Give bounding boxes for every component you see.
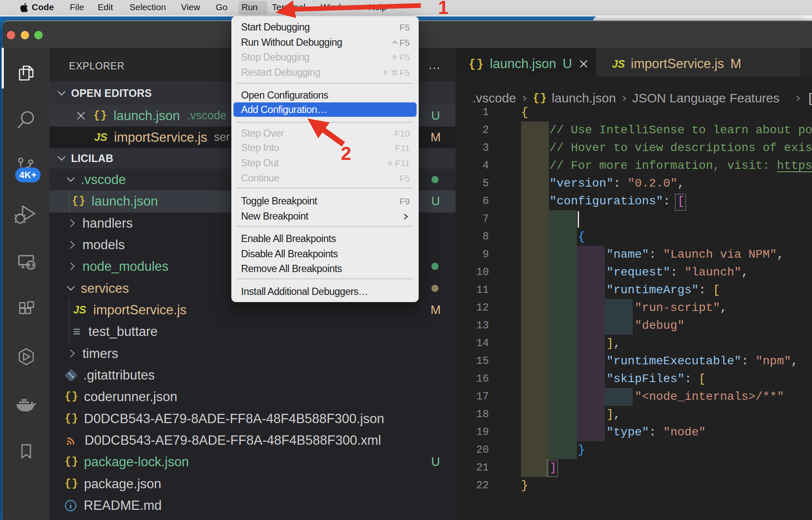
svg-text:1: 1 <box>438 0 448 18</box>
svg-text:2: 2 <box>341 143 351 164</box>
